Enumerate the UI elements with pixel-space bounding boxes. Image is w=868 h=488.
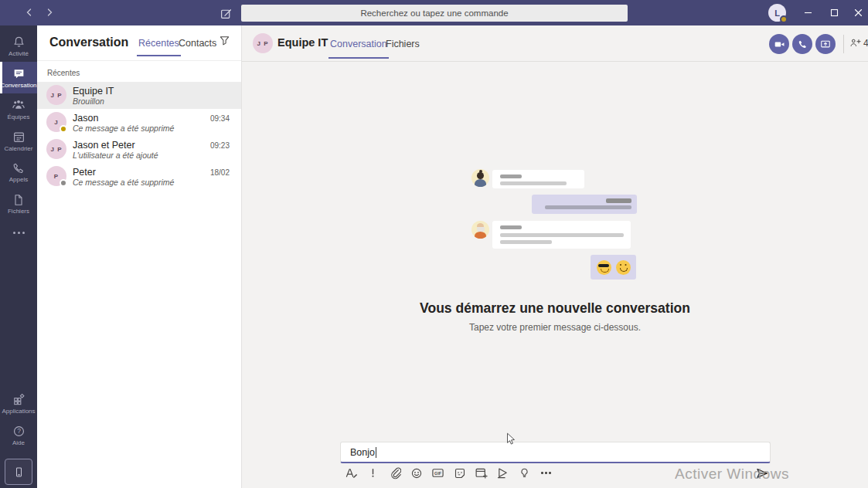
attach-icon[interactable]	[388, 466, 401, 480]
conversation-item-jason[interactable]: J Jason Ce message a été supprimé 09:34	[37, 109, 241, 136]
sidebar-item-appels[interactable]: Appels	[0, 157, 37, 188]
message-bubble	[532, 195, 637, 214]
sunglasses-emoji	[597, 260, 611, 275]
activate-windows-watermark: Activer Windows	[675, 466, 789, 483]
smiling-emoji	[616, 260, 631, 275]
mobile-device-icon	[13, 466, 25, 478]
bell-icon	[12, 36, 26, 49]
away-status-badge	[60, 125, 67, 133]
conversation-item-jason-et-peter[interactable]: J P Jason et Peter L'utilisateur a été a…	[37, 136, 241, 163]
forward-icon[interactable]	[42, 5, 57, 20]
team-name: Equipe IT	[277, 36, 328, 49]
sidebar-item-fichiers[interactable]: Fichiers	[0, 188, 37, 220]
avatar: P	[46, 166, 66, 186]
illustration-person-avatar	[471, 169, 489, 187]
format-icon[interactable]	[345, 466, 358, 480]
new-chat-icon[interactable]	[218, 5, 233, 21]
tab-recentes[interactable]: Récentes	[138, 38, 179, 49]
importance-icon[interactable]	[366, 466, 380, 480]
sidebar-item-calendrier[interactable]: Calendrier	[0, 125, 37, 157]
tab-conversation[interactable]: Conversation	[330, 39, 387, 49]
panel-header: Conversation Récentes Contacts	[37, 25, 241, 61]
teams-icon	[12, 98, 26, 112]
maximize-button[interactable]	[822, 0, 846, 25]
video-call-button[interactable]	[769, 34, 789, 54]
team-avatar: J P	[253, 33, 273, 53]
tab-fichiers[interactable]: Fichiers	[386, 39, 420, 49]
screen-share-button[interactable]	[815, 34, 836, 54]
divider	[843, 35, 844, 53]
phone-icon	[12, 162, 25, 175]
user-avatar-initial: L	[774, 8, 780, 18]
sidebar-item-activite[interactable]: Activité	[0, 30, 37, 62]
chat-header: J P Equipe IT Conversation Fichiers 4	[242, 25, 868, 62]
meet-icon[interactable]	[475, 466, 488, 480]
gif-icon[interactable]: GIF	[431, 466, 444, 480]
sidebar-item-conversation[interactable]: Conversation	[0, 62, 37, 93]
back-icon[interactable]	[22, 5, 37, 20]
message-input[interactable]: Bonjo	[340, 442, 771, 463]
offline-status-badge	[60, 179, 67, 187]
screen-share-icon	[820, 39, 831, 49]
composer-toolbar: GIF	[345, 466, 553, 480]
empty-state-title: Vous démarrez une nouvelle conversation	[242, 300, 868, 317]
audio-call-icon	[798, 39, 808, 49]
panel-title: Conversation	[49, 36, 128, 49]
conversation-item-equipe-it[interactable]: J P Equipe IT Brouillon	[37, 82, 241, 109]
chat-area: J P Equipe IT Conversation Fichiers 4	[242, 25, 868, 488]
more-apps-icon[interactable]	[0, 223, 37, 242]
conversation-list-panel: Conversation Récentes Contacts Récentes …	[37, 25, 242, 488]
app-rail: Activité Conversation Équipes Calendrier…	[0, 25, 37, 488]
illustration-person-avatar	[471, 221, 489, 239]
svg-text:GIF: GIF	[434, 471, 442, 476]
svg-text:?: ?	[17, 427, 21, 435]
teams-app-window: L Activité Conversation Équipes Cal	[0, 0, 868, 488]
avatar: J P	[46, 139, 66, 159]
message-bubble	[492, 221, 631, 249]
sidebar-item-applications[interactable]: Applications	[0, 388, 37, 419]
conversation-item-peter[interactable]: P Peter Ce message a été supprimé 18/02	[37, 163, 241, 190]
reaction-bubble	[591, 255, 636, 280]
mouse-cursor	[506, 432, 516, 446]
chat-icon	[12, 67, 26, 80]
calendar-icon	[12, 130, 26, 144]
sticker-icon[interactable]	[453, 466, 466, 480]
minimize-button[interactable]	[796, 0, 819, 25]
avatar: J	[46, 112, 66, 132]
more-options-icon[interactable]	[540, 466, 553, 480]
empty-state-subtitle: Tapez votre premier message ci-dessous.	[242, 322, 868, 333]
add-people-icon	[849, 37, 862, 49]
apps-icon	[12, 393, 26, 406]
help-icon: ?	[12, 425, 26, 438]
sidebar-item-equipes[interactable]: Équipes	[0, 93, 37, 125]
emoji-icon[interactable]	[410, 466, 423, 480]
member-count[interactable]: 4	[849, 37, 868, 49]
section-label: Récentes	[37, 61, 241, 82]
message-input-value: Bonjo	[350, 447, 375, 458]
avatar: J P	[46, 85, 66, 105]
tab-contacts[interactable]: Contacts	[179, 38, 216, 49]
message-bubble	[492, 170, 584, 188]
get-mobile-app-button[interactable]	[5, 459, 32, 485]
close-button[interactable]	[846, 0, 868, 25]
user-avatar[interactable]: L	[768, 4, 786, 22]
video-call-icon	[774, 39, 785, 50]
sidebar-item-aide[interactable]: ? Aide	[0, 419, 37, 451]
praise-icon[interactable]	[518, 466, 531, 480]
text-caret	[376, 447, 376, 458]
away-status-badge	[780, 15, 788, 23]
file-icon	[12, 194, 25, 206]
title-bar: L	[0, 0, 868, 25]
command-search-input[interactable]	[241, 5, 628, 22]
stream-icon[interactable]	[496, 466, 509, 480]
audio-call-button[interactable]	[792, 34, 812, 54]
filter-funnel-icon[interactable]	[219, 35, 230, 46]
